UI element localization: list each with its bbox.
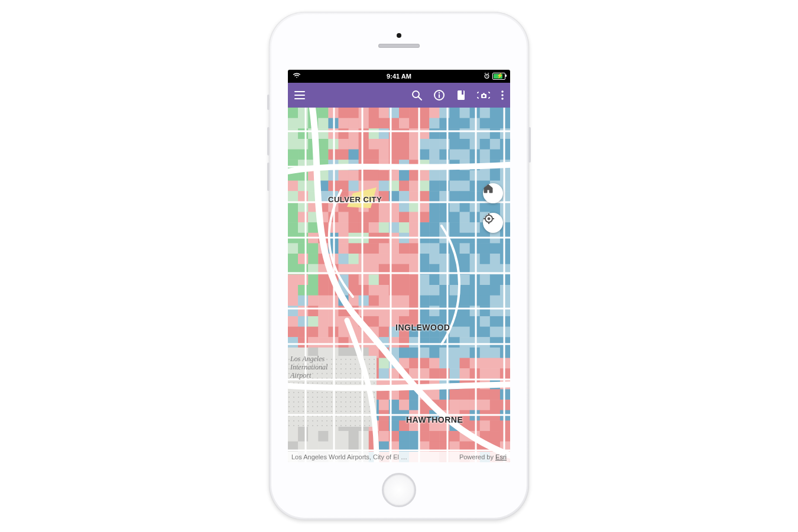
- phone-frame: 9:41 AM ⚡: [269, 12, 529, 520]
- attribution-source: Los Angeles World Airports, City of El …: [291, 453, 407, 460]
- app-bar: [288, 83, 510, 108]
- airport-label: Los AngelesInternationalAirport: [290, 355, 327, 379]
- battery-icon: ⚡: [492, 73, 505, 80]
- svg-rect-6: [462, 90, 463, 95]
- svg-rect-4: [439, 95, 440, 98]
- home-button[interactable]: [382, 473, 416, 507]
- status-bar: 9:41 AM ⚡: [288, 70, 510, 83]
- wifi-icon: [293, 73, 301, 80]
- attribution-esri-link[interactable]: Esri: [495, 453, 507, 460]
- map-canvas[interactable]: CULVER CITYINGLEWOODHAWTHORNE Los Angele…: [288, 108, 510, 462]
- svg-point-10: [501, 90, 504, 93]
- attribution-powered: Powered by Esri: [459, 453, 507, 460]
- status-time: 9:41 AM: [288, 73, 510, 80]
- svg-rect-5: [458, 90, 465, 100]
- svg-point-9: [483, 95, 485, 98]
- svg-point-766: [488, 218, 490, 220]
- city-label: HAWTHORNE: [406, 415, 463, 424]
- mute-switch: [267, 95, 270, 110]
- screenshot-icon[interactable]: [477, 89, 490, 101]
- svg-point-3: [439, 92, 440, 93]
- home-extent-button[interactable]: [483, 183, 503, 203]
- alarm-icon: [484, 73, 490, 80]
- svg-point-11: [501, 94, 504, 96]
- city-label: CULVER CITY: [328, 195, 382, 204]
- map-roads: [288, 108, 510, 462]
- map-attribution: Los Angeles World Airports, City of El ……: [288, 452, 510, 462]
- svg-rect-8: [483, 93, 485, 95]
- bookmark-icon[interactable]: [456, 89, 466, 101]
- svg-point-12: [501, 98, 504, 100]
- overflow-icon[interactable]: [501, 89, 504, 101]
- front-camera: [397, 33, 401, 38]
- speaker-grille: [378, 44, 420, 48]
- city-label: INGLEWOOD: [395, 323, 450, 332]
- power-button: [528, 127, 531, 163]
- volume-down-button: [267, 163, 270, 191]
- info-icon[interactable]: [433, 89, 445, 101]
- volume-up-button: [267, 127, 270, 155]
- search-icon[interactable]: [411, 89, 423, 101]
- device-screen: 9:41 AM ⚡: [288, 70, 510, 462]
- locate-button[interactable]: [483, 213, 503, 233]
- menu-icon[interactable]: [294, 89, 306, 101]
